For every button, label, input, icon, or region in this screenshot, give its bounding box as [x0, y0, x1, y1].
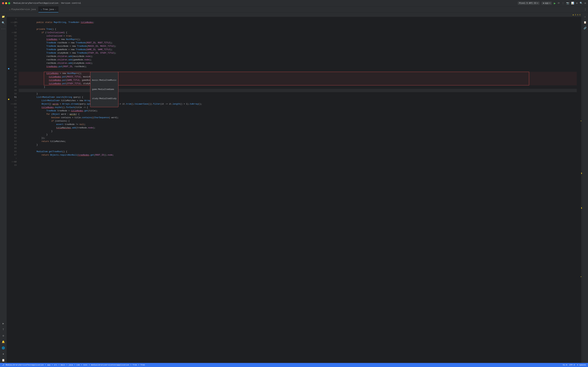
sidebar-icon-settings[interactable]: ⚙: [1, 333, 6, 338]
code-line: }: [19, 130, 577, 133]
app-title: MediaLibraryServiceTestApplication › Ver…: [13, 2, 81, 4]
statusbar-git-branch: ⎇: [2, 364, 4, 366]
traffic-lights: [2, 2, 10, 4]
tab-close-icon[interactable]: ✕: [55, 8, 56, 10]
code-line: return Objects.requireNonNull(treeNodes.…: [19, 150, 577, 153]
tooltip-line: study:MediaItemStudy: [92, 97, 117, 100]
right-sidebar-warning-icon[interactable]: ⚠: [583, 14, 588, 19]
java-icon: ☕: [41, 8, 42, 10]
statusbar-encoding: UTF-8: [569, 364, 575, 366]
right-sidebar-clipboard-icon[interactable]: 📋: [583, 20, 588, 25]
code-line: [19, 143, 577, 147]
tab-tree[interactable]: ☕ Tree.java ✕: [38, 7, 59, 12]
code-line: TreeNode gameNode = new TreeNode(GAME_ID…: [19, 45, 577, 48]
run-button[interactable]: ▶: [554, 1, 556, 5]
code-line: for (Object word : words) {: [19, 109, 577, 113]
code-line: if (!isInitialized) {: [19, 28, 577, 31]
line-numbers: 6 usages 30 31 1 usage 32 33 34 35 36 37…: [10, 17, 19, 363]
statusbar-path: MediaLibraryServiceTestApplication > app…: [6, 364, 145, 366]
code-line: TreeNode musicNode = new TreeNode(MUSIC_…: [19, 41, 577, 45]
run-config-selector[interactable]: ● app ▾: [542, 1, 552, 5]
sidebar-icon-folder[interactable]: 📁: [1, 14, 6, 19]
code-line: treeNodes.put(ROOT_ID, rootNode);: [19, 62, 577, 65]
profiler-icon[interactable]: 📊: [571, 2, 574, 5]
code-line: rootNode.children.add(gameNode.node);: [19, 55, 577, 58]
tooltip-line: music:MediaItemMusic: [92, 79, 117, 82]
gutter-left: [7, 17, 10, 363]
code-line: [19, 21, 577, 24]
close-button[interactable]: [2, 2, 4, 4]
main-layout: 📁 🔍 ··· ▶ T ⚙ 🔔 🌐 ♦ 📋 ▲ 2 ∧ ∨ 6 usages 3…: [0, 13, 588, 363]
titlebar-right: Pixel 5 API 33 ▾ ● app ▾ ▶ ⟳ ⋮ 📷 📊 ⚙ 🔍 ⚙: [518, 1, 586, 5]
sidebar-icon-gem[interactable]: ♦: [1, 351, 6, 357]
code-line: });: [19, 133, 577, 136]
minimize-button[interactable]: [5, 2, 7, 4]
tabbar: ☕ PlaybackService.java ☕ Tree.java ✕ ⋮: [0, 7, 588, 13]
right-sidebar-link-icon[interactable]: 🔗: [583, 25, 588, 31]
code-line: return titleMatches;: [19, 136, 577, 140]
code-line: rootNode.children.add(musicNode.node);: [19, 51, 577, 55]
maximize-button[interactable]: [8, 2, 10, 4]
code-line: if (contains) {: [19, 116, 577, 119]
settings-icon[interactable]: ⚙: [576, 2, 578, 5]
statusbar-right: 51:6 UTF-8 4 spaces: [563, 364, 586, 366]
statusbar: ⎇ MediaLibraryServiceTestApplication > a…: [0, 363, 588, 367]
gear-icon[interactable]: ⚙: [585, 2, 586, 5]
code-line: titleMatches.add(treeNode.node); 包含则加入搜索…: [19, 123, 577, 126]
code-line: isInitialized = true;: [19, 31, 577, 34]
right-sidebar: ⚠ 📋 🔗: [582, 13, 588, 363]
sidebar-icon-global[interactable]: 🌐: [1, 345, 6, 351]
statusbar-position: 51:6: [563, 364, 567, 366]
sidebar: 📁 🔍 ··· ▶ T ⚙ 🔔 🌐 ♦ 📋: [0, 13, 7, 363]
code-line: [19, 65, 577, 68]
tooltip-line: game:MediaItemGame: [92, 88, 117, 91]
editor-area: ▲ 2 ∧ ∨ 6 usages 30 31 1 usage 32 33 34 …: [7, 13, 582, 363]
code-line: private Tree() {: [19, 24, 577, 28]
warnings-bar: ▲ 2 ∧ ∨: [7, 13, 582, 17]
sidebar-icon-text[interactable]: T: [1, 327, 6, 332]
code-line: public static Map<String, TreeNode> titl…: [19, 17, 577, 21]
sidebar-icon-run[interactable]: ▶: [1, 321, 6, 326]
code-line: rootNode.children.add(studyNode.node);: [19, 58, 577, 62]
statusbar-indent: 4 spaces: [577, 364, 586, 366]
sidebar-icon-more[interactable]: ···: [1, 26, 6, 32]
code-line: TreeNode studyNode = new TreeNode(STUDY_…: [19, 48, 577, 51]
warning-badge[interactable]: ▲ 2 ∧ ∨: [573, 14, 580, 16]
code-line: boolean contains = title.contains((CharS…: [19, 113, 577, 116]
code-content: public static Map<String, TreeNode> titl…: [19, 17, 580, 363]
tab-options-icon[interactable]: ⋮: [584, 8, 587, 11]
titlebar: MediaLibraryServiceTestApplication › Ver…: [0, 0, 588, 7]
tooltip-box: music:MediaItemMusic game:MediaItemGame …: [90, 72, 118, 107]
device-selector[interactable]: Pixel 5 API 33 ▾: [518, 1, 539, 5]
java-icon: ☕: [9, 8, 10, 10]
code-line: TreeNode rootNode = new TreeNode(ROOT_ID…: [19, 38, 577, 41]
scroll-gutter: [580, 17, 582, 363]
sidebar-icon-search[interactable]: 🔍: [1, 20, 6, 25]
code-line: treeNodes = new HashMap<>();: [19, 34, 577, 38]
tab-playbackservice[interactable]: ☕ PlaybackService.java: [7, 7, 38, 12]
code-line: assert treeNode != null;: [19, 119, 577, 123]
more-icon[interactable]: ⋮: [562, 2, 564, 5]
camera-icon[interactable]: 📷: [566, 2, 569, 5]
code-line: MediaItem getTreeRoot() {: [19, 147, 577, 150]
sidebar-icon-notification[interactable]: 🔔: [1, 339, 6, 345]
sync-icon[interactable]: ⟳: [558, 2, 560, 5]
search-icon[interactable]: 🔍: [580, 2, 583, 5]
code-line: titleNodes = new HashMap<>();: [19, 68, 577, 72]
code-line: }: [19, 140, 577, 143]
code-container[interactable]: 6 usages 30 31 1 usage 32 33 34 35 36 37…: [7, 17, 582, 363]
sidebar-icon-clipboard[interactable]: 📋: [1, 358, 6, 363]
code-line: }: [19, 126, 577, 130]
